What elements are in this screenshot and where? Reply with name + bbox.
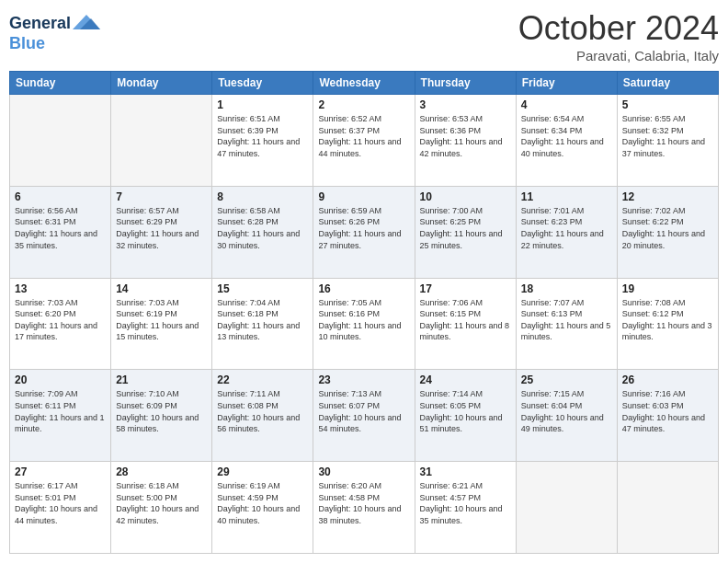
day-number: 13 [15, 282, 106, 295]
col-thursday: Thursday [415, 72, 516, 95]
day-number: 15 [217, 282, 308, 295]
calendar-cell [111, 95, 212, 187]
calendar-cell [10, 95, 111, 187]
day-info: Sunrise: 7:15 AM Sunset: 6:04 PM Dayligh… [521, 388, 612, 434]
calendar-cell: 8Sunrise: 6:58 AM Sunset: 6:28 PM Daylig… [212, 186, 313, 278]
col-saturday: Saturday [617, 72, 718, 95]
calendar-cell: 21Sunrise: 7:10 AM Sunset: 6:09 PM Dayli… [111, 370, 212, 462]
day-info: Sunrise: 7:03 AM Sunset: 6:19 PM Dayligh… [116, 297, 207, 343]
day-number: 14 [116, 282, 207, 295]
calendar-cell: 23Sunrise: 7:13 AM Sunset: 6:07 PM Dayli… [313, 370, 415, 462]
page: General Blue October 2024 Paravati, Cala… [0, 0, 728, 563]
day-number: 10 [420, 190, 511, 203]
col-tuesday: Tuesday [212, 72, 313, 95]
day-info: Sunrise: 6:51 AM Sunset: 6:39 PM Dayligh… [217, 113, 308, 159]
calendar-cell: 26Sunrise: 7:16 AM Sunset: 6:03 PM Dayli… [617, 370, 718, 462]
day-info: Sunrise: 7:10 AM Sunset: 6:09 PM Dayligh… [116, 388, 207, 434]
calendar-cell: 19Sunrise: 7:08 AM Sunset: 6:12 PM Dayli… [617, 278, 718, 370]
calendar-cell: 17Sunrise: 7:06 AM Sunset: 6:15 PM Dayli… [415, 278, 516, 370]
day-info: Sunrise: 7:01 AM Sunset: 6:23 PM Dayligh… [521, 205, 612, 251]
day-number: 27 [15, 465, 106, 478]
calendar-cell: 15Sunrise: 7:04 AM Sunset: 6:18 PM Dayli… [212, 278, 313, 370]
day-number: 3 [420, 98, 511, 111]
day-info: Sunrise: 7:00 AM Sunset: 6:25 PM Dayligh… [420, 205, 511, 251]
col-sunday: Sunday [10, 72, 111, 95]
day-info: Sunrise: 7:16 AM Sunset: 6:03 PM Dayligh… [622, 388, 713, 434]
week-row-5: 27Sunrise: 6:17 AM Sunset: 5:01 PM Dayli… [10, 462, 719, 554]
day-info: Sunrise: 6:58 AM Sunset: 6:28 PM Dayligh… [217, 205, 308, 251]
week-row-4: 20Sunrise: 7:09 AM Sunset: 6:11 PM Dayli… [10, 370, 719, 462]
col-monday: Monday [111, 72, 212, 95]
calendar-cell: 27Sunrise: 6:17 AM Sunset: 5:01 PM Dayli… [10, 462, 111, 554]
day-info: Sunrise: 7:03 AM Sunset: 6:20 PM Dayligh… [15, 297, 106, 343]
day-number: 2 [318, 98, 409, 111]
day-number: 21 [116, 373, 207, 386]
day-number: 5 [622, 98, 713, 111]
day-number: 24 [420, 373, 511, 386]
day-number: 6 [15, 190, 106, 203]
col-friday: Friday [516, 72, 617, 95]
day-info: Sunrise: 7:07 AM Sunset: 6:13 PM Dayligh… [521, 297, 612, 343]
col-wednesday: Wednesday [313, 72, 415, 95]
month-title: October 2024 [518, 9, 719, 48]
week-row-3: 13Sunrise: 7:03 AM Sunset: 6:20 PM Dayli… [10, 278, 719, 370]
day-number: 25 [521, 373, 612, 386]
day-number: 20 [15, 373, 106, 386]
day-number: 1 [217, 98, 308, 111]
title-block: October 2024 Paravati, Calabria, Italy [518, 9, 719, 63]
day-info: Sunrise: 7:11 AM Sunset: 6:08 PM Dayligh… [217, 388, 308, 434]
calendar-cell: 22Sunrise: 7:11 AM Sunset: 6:08 PM Dayli… [212, 370, 313, 462]
day-number: 4 [521, 98, 612, 111]
calendar-cell: 30Sunrise: 6:20 AM Sunset: 4:58 PM Dayli… [313, 462, 415, 554]
day-info: Sunrise: 6:21 AM Sunset: 4:57 PM Dayligh… [420, 480, 511, 526]
day-number: 23 [318, 373, 409, 386]
day-number: 18 [521, 282, 612, 295]
day-info: Sunrise: 6:54 AM Sunset: 6:34 PM Dayligh… [521, 113, 612, 159]
day-number: 17 [420, 282, 511, 295]
day-info: Sunrise: 6:19 AM Sunset: 4:59 PM Dayligh… [217, 480, 308, 526]
day-number: 22 [217, 373, 308, 386]
day-number: 30 [318, 465, 409, 478]
day-info: Sunrise: 7:13 AM Sunset: 6:07 PM Dayligh… [318, 388, 409, 434]
day-info: Sunrise: 6:17 AM Sunset: 5:01 PM Dayligh… [15, 480, 106, 526]
day-info: Sunrise: 7:06 AM Sunset: 6:15 PM Dayligh… [420, 297, 511, 343]
calendar-cell: 11Sunrise: 7:01 AM Sunset: 6:23 PM Dayli… [516, 186, 617, 278]
day-number: 26 [622, 373, 713, 386]
calendar-cell: 2Sunrise: 6:52 AM Sunset: 6:37 PM Daylig… [313, 95, 415, 187]
day-number: 28 [116, 465, 207, 478]
calendar-cell: 1Sunrise: 6:51 AM Sunset: 6:39 PM Daylig… [212, 95, 313, 187]
calendar-cell [617, 462, 718, 554]
day-info: Sunrise: 7:09 AM Sunset: 6:11 PM Dayligh… [15, 388, 106, 434]
calendar-cell: 3Sunrise: 6:53 AM Sunset: 6:36 PM Daylig… [415, 95, 516, 187]
calendar-cell: 5Sunrise: 6:55 AM Sunset: 6:32 PM Daylig… [617, 95, 718, 187]
week-row-1: 1Sunrise: 6:51 AM Sunset: 6:39 PM Daylig… [10, 95, 719, 187]
calendar-cell: 9Sunrise: 6:59 AM Sunset: 6:26 PM Daylig… [313, 186, 415, 278]
day-info: Sunrise: 7:04 AM Sunset: 6:18 PM Dayligh… [217, 297, 308, 343]
day-number: 31 [420, 465, 511, 478]
day-info: Sunrise: 6:56 AM Sunset: 6:31 PM Dayligh… [15, 205, 106, 251]
day-info: Sunrise: 6:20 AM Sunset: 4:58 PM Dayligh… [318, 480, 409, 526]
day-info: Sunrise: 7:02 AM Sunset: 6:22 PM Dayligh… [622, 205, 713, 251]
calendar-cell: 20Sunrise: 7:09 AM Sunset: 6:11 PM Dayli… [10, 370, 111, 462]
calendar-cell: 4Sunrise: 6:54 AM Sunset: 6:34 PM Daylig… [516, 95, 617, 187]
calendar-cell: 25Sunrise: 7:15 AM Sunset: 6:04 PM Dayli… [516, 370, 617, 462]
day-info: Sunrise: 6:57 AM Sunset: 6:29 PM Dayligh… [116, 205, 207, 251]
day-info: Sunrise: 7:08 AM Sunset: 6:12 PM Dayligh… [622, 297, 713, 343]
day-number: 12 [622, 190, 713, 203]
calendar-cell: 10Sunrise: 7:00 AM Sunset: 6:25 PM Dayli… [415, 186, 516, 278]
day-number: 16 [318, 282, 409, 295]
calendar-cell [516, 462, 617, 554]
calendar-cell: 29Sunrise: 6:19 AM Sunset: 4:59 PM Dayli… [212, 462, 313, 554]
day-number: 19 [622, 282, 713, 295]
calendar-cell: 24Sunrise: 7:14 AM Sunset: 6:05 PM Dayli… [415, 370, 516, 462]
day-number: 7 [116, 190, 207, 203]
day-number: 8 [217, 190, 308, 203]
day-info: Sunrise: 6:53 AM Sunset: 6:36 PM Dayligh… [420, 113, 511, 159]
day-info: Sunrise: 7:14 AM Sunset: 6:05 PM Dayligh… [420, 388, 511, 434]
week-row-2: 6Sunrise: 6:56 AM Sunset: 6:31 PM Daylig… [10, 186, 719, 278]
calendar-cell: 28Sunrise: 6:18 AM Sunset: 5:00 PM Dayli… [111, 462, 212, 554]
day-number: 29 [217, 465, 308, 478]
day-number: 9 [318, 190, 409, 203]
day-info: Sunrise: 7:05 AM Sunset: 6:16 PM Dayligh… [318, 297, 409, 343]
calendar-table: Sunday Monday Tuesday Wednesday Thursday… [9, 71, 719, 554]
